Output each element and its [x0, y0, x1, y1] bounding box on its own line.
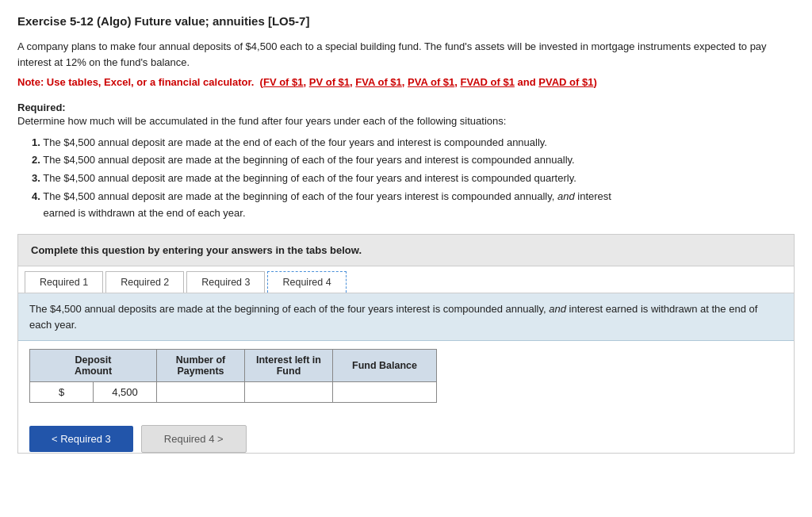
- payments-input[interactable]: [165, 386, 236, 398]
- situation-3: 3. The $4,500 annual deposit are made at…: [32, 170, 795, 187]
- col-num-payments: Number ofPayments: [157, 350, 245, 382]
- situation-1: 1. The $4,500 annual deposit are made at…: [32, 135, 795, 151]
- required-desc: Determine how much will be accumulated i…: [17, 115, 795, 127]
- balance-input[interactable]: [341, 386, 428, 398]
- td-interest[interactable]: [245, 382, 333, 403]
- buttons-row: < Required 3 Required 4 >: [18, 425, 794, 453]
- link-pv[interactable]: PV of $1: [309, 76, 350, 88]
- col-fund-balance: Fund Balance: [333, 350, 437, 382]
- tab-required1[interactable]: Required 1: [25, 271, 103, 293]
- link-fv[interactable]: FV of $1: [263, 76, 304, 88]
- table-row: $ 4,500: [30, 382, 437, 403]
- td-payments[interactable]: [157, 382, 245, 403]
- note-prefix: Note: Use tables, Excel, or a financial …: [17, 76, 254, 88]
- interest-input[interactable]: [253, 386, 324, 398]
- data-table: DepositAmount Number ofPayments Interest…: [29, 349, 437, 403]
- situation-2: 2. The $4,500 annual deposit are made at…: [32, 152, 795, 169]
- req4-button[interactable]: Required 4 >: [141, 425, 247, 453]
- table-section: DepositAmount Number ofPayments Interest…: [18, 341, 794, 414]
- link-fva[interactable]: FVA of $1: [355, 76, 402, 88]
- situations-list: 1. The $4,500 annual deposit are made at…: [17, 135, 795, 222]
- tab-required2[interactable]: Required 2: [105, 271, 184, 293]
- intro-paragraph: A company plans to make four annual depo…: [17, 39, 795, 70]
- col-deposit-amount: DepositAmount: [30, 350, 157, 382]
- link-fvad[interactable]: FVAD of $1: [461, 76, 515, 88]
- tabs-row: Required 1 Required 2 Required 3 Require…: [18, 266, 794, 293]
- tab-required3[interactable]: Required 3: [186, 271, 265, 293]
- td-balance[interactable]: [333, 382, 437, 403]
- link-pvad[interactable]: PVAD of $1: [538, 76, 593, 88]
- req3-button[interactable]: < Required 3: [29, 426, 133, 452]
- td-dollar: $: [30, 382, 94, 403]
- link-pva[interactable]: PVA of $1: [408, 76, 454, 88]
- situation-4: 4. The $4,500 annual deposit are made at…: [32, 189, 795, 222]
- tabs-area: Required 1 Required 2 Required 3 Require…: [17, 266, 795, 454]
- note-line: Note: Use tables, Excel, or a financial …: [17, 75, 795, 90]
- td-amount: 4,500: [94, 382, 157, 403]
- tab-description: The $4,500 annual deposits are made at t…: [18, 293, 794, 341]
- required-label: Required:: [17, 101, 795, 113]
- tab-required4[interactable]: Required 4: [267, 271, 346, 293]
- col-interest-fund: Interest left inFund: [245, 350, 333, 382]
- complete-box: Complete this question by entering your …: [17, 234, 795, 266]
- page-title: Exercise 5-12 (Algo) Future value; annui…: [17, 14, 795, 28]
